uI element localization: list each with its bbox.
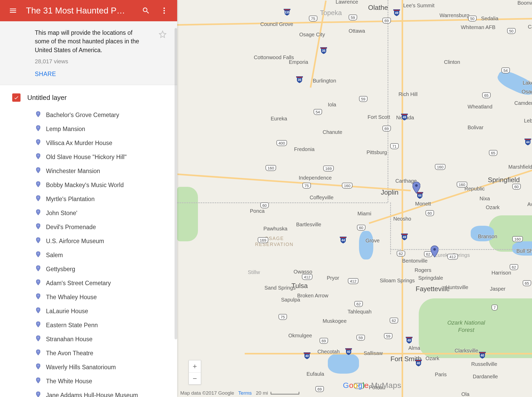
layer-item[interactable]: The Whaley House [36, 290, 177, 304]
highway-shield: 59 [349, 15, 357, 20]
interstate-shield: 49 [393, 9, 401, 18]
map-pin[interactable] [431, 245, 438, 257]
layer-item-label: Adam's Street Cemetary [46, 280, 111, 287]
layer-item[interactable]: Waverly Hills Sanatorioum [36, 360, 177, 374]
highway-shield: 160 [342, 183, 353, 189]
layer-item[interactable]: Stranahan House [36, 332, 177, 346]
layer-item[interactable]: Adam's Street Cemetary [36, 276, 177, 290]
sidebar: The 31 Most Haunted P… This map will pro… [0, 0, 177, 397]
star-button[interactable] [157, 29, 168, 39]
layer-item-label: The Avon Theatre [46, 350, 93, 357]
layer-item[interactable]: Gettysberg [36, 262, 177, 276]
layer-item[interactable]: John Stone' [36, 206, 177, 220]
layer-item[interactable]: Villisca Ax Murder House [36, 136, 177, 150]
pin-icon [36, 321, 41, 329]
scrollbar[interactable] [175, 28, 177, 339]
layer-header[interactable]: Untitled layer [12, 93, 177, 102]
city-label: Bolivar [468, 125, 483, 131]
map-description: This map will provide the locations of s… [35, 29, 163, 54]
layer-item[interactable]: Lemp Mansion [36, 122, 177, 136]
svg-text:49: 49 [403, 115, 406, 119]
layer-item[interactable]: U.S. Airforce Museum [36, 234, 177, 248]
highway [245, 353, 532, 354]
highway-shield: 60 [357, 225, 365, 231]
map-pin[interactable] [413, 182, 420, 194]
interstate-shield: 40 [303, 352, 311, 361]
layer-item-label: John Stone' [46, 210, 77, 217]
scale-bar: 20 mi [256, 390, 299, 396]
layer-item[interactable]: Eastern State Penn [36, 318, 177, 332]
layer-item[interactable]: Winchester Mansion [36, 164, 177, 178]
svg-text:40: 40 [347, 350, 350, 354]
layer-item[interactable]: LaLaurie House [36, 304, 177, 318]
water-body [359, 231, 373, 259]
app-root: The 31 Most Haunted P… This map will pro… [0, 0, 532, 397]
topbar: The 31 Most Haunted P… [0, 0, 177, 21]
city-label: Pawhuska [263, 226, 287, 232]
svg-text:335: 335 [284, 11, 290, 14]
layer-item-label: Eastern State Penn [46, 322, 98, 329]
layer-item[interactable]: Devil's Promenade [36, 220, 177, 234]
menu-button[interactable] [8, 5, 18, 16]
map-area[interactable]: OSAGE RESERVATION Ozark National Forest … [177, 0, 532, 397]
layer-item[interactable]: Myrtle's Plantation [36, 192, 177, 206]
layer-items: Bachelor's Grove CemetaryLemp MansionVil… [12, 108, 177, 397]
map-canvas[interactable]: OSAGE RESERVATION Ozark National Forest … [177, 0, 532, 397]
mymaps-logo: Google MyMaps [343, 381, 401, 390]
layer-item-label: Lemp Mansion [46, 126, 85, 133]
city-label: Miami [357, 211, 371, 217]
layer-item[interactable]: Bachelor's Grove Cemetary [36, 108, 177, 122]
city-label: Eureka [271, 116, 287, 122]
svg-text:49: 49 [403, 235, 406, 239]
highway-shield: 59 [359, 96, 368, 102]
pin-icon [36, 350, 41, 357]
city-label: Jasper [490, 286, 506, 292]
terms-link[interactable]: Terms [238, 390, 252, 396]
layer-item-label: Bobby Mackey's Music World [46, 182, 124, 189]
city-label: California [528, 24, 532, 30]
zoom-out-button[interactable]: − [189, 372, 201, 384]
city-label: Independence [299, 175, 332, 181]
layer-item[interactable]: Bobby Mackey's Music World [36, 178, 177, 192]
interstate-shield: 49 [401, 233, 408, 242]
search-button[interactable] [141, 5, 151, 16]
layer-item-label: Villisca Ax Murder House [46, 140, 112, 147]
highway-shield: 54 [314, 109, 322, 115]
share-button[interactable]: SHARE [35, 71, 163, 78]
layer-checkbox[interactable] [12, 93, 21, 102]
layer-item[interactable]: The White House [36, 374, 177, 388]
search-icon [142, 6, 150, 15]
city-label: Dardanelle [473, 374, 498, 380]
city-label: Olathe [368, 4, 388, 12]
highway-shield: 7 [491, 305, 498, 311]
highway-shield: 160 [457, 182, 467, 188]
city-label: Osage Beach [522, 89, 532, 95]
city-label: Alma [408, 345, 420, 351]
layer-item[interactable]: Jane Addams Hull-House Museum [36, 388, 177, 397]
layer-item[interactable]: The Avon Theatre [36, 346, 177, 360]
city-label: Checotah [317, 349, 340, 355]
city-label: Ozark [486, 204, 500, 210]
svg-text:44: 44 [526, 140, 530, 144]
highway-shield: 400 [276, 140, 287, 146]
pin-icon [36, 125, 41, 133]
zoom-in-button[interactable]: + [189, 360, 201, 372]
city-label: Tahlequah [348, 309, 371, 315]
layer-item-label: Winchester Mansion [46, 168, 100, 175]
highway-shield: 69 [320, 338, 328, 344]
svg-text:40: 40 [481, 354, 484, 357]
water-body [328, 353, 359, 374]
city-label: Pryor [327, 275, 339, 281]
city-label: Springdale [418, 275, 443, 281]
city-label: Sapulpa [281, 297, 300, 303]
layer-item[interactable]: Salem [36, 248, 177, 262]
highway-shield: 169 [323, 166, 334, 172]
more-button[interactable] [159, 5, 169, 16]
layer-item[interactable]: Old Slave House "Hickory Hill" [36, 150, 177, 164]
svg-text:40: 40 [417, 361, 420, 365]
city-label: Rogers [415, 267, 431, 273]
city-label: Ava [527, 201, 532, 207]
pin-icon [36, 364, 41, 371]
city-label: Grove [365, 238, 380, 244]
pin-icon [36, 153, 41, 161]
